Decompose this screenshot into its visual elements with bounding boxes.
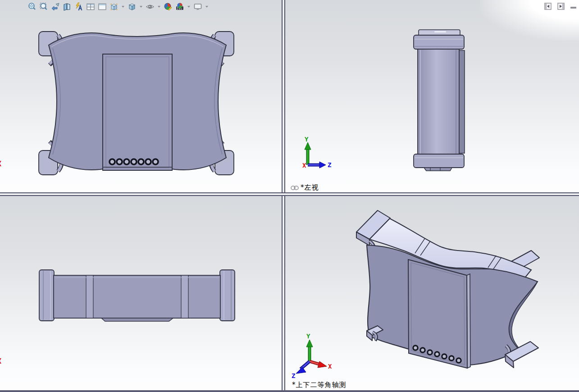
hide-show-items-icon[interactable] bbox=[145, 2, 155, 12]
axis-x-clipped-label: X bbox=[0, 357, 1, 365]
edit-appearance-icon[interactable] bbox=[163, 2, 173, 12]
orientation-triad: Y X Z bbox=[292, 333, 332, 379]
view-settings-icon[interactable] bbox=[193, 2, 203, 12]
horizontal-pane-splitter[interactable] bbox=[0, 192, 579, 196]
apply-scene-icon[interactable] bbox=[175, 2, 185, 12]
zoom-to-area-icon[interactable] bbox=[39, 2, 49, 12]
svg-text:Z: Z bbox=[328, 161, 331, 169]
single-view-viewport-icon[interactable] bbox=[97, 2, 107, 12]
cad-application-window: X bbox=[0, 0, 579, 392]
svg-text:X: X bbox=[302, 162, 306, 169]
window-bottom-border bbox=[0, 390, 579, 392]
window-controls bbox=[544, 3, 576, 10]
linked-view-icon bbox=[291, 185, 299, 191]
section-view-icon[interactable] bbox=[62, 2, 72, 12]
display-style-dropdown[interactable] bbox=[139, 2, 143, 12]
viewport-label-dimetric[interactable]: *上下二等角轴测 bbox=[292, 381, 346, 389]
viewport-dimetric-view[interactable]: Y X Z *上下二等角轴测 bbox=[285, 196, 579, 390]
viewport-label-left-view[interactable]: *左视 bbox=[291, 183, 319, 192]
left-view-model[interactable]: Y Z X bbox=[285, 0, 579, 192]
panel-collapse-right-icon[interactable] bbox=[557, 3, 565, 10]
viewport-left-view[interactable]: Y Z X *左视 bbox=[285, 0, 579, 192]
axis-x-clipped-label: X bbox=[0, 160, 1, 168]
viewport-top-view[interactable]: X bbox=[0, 196, 282, 390]
hide-show-items-dropdown[interactable] bbox=[157, 2, 161, 12]
dimetric-view-model[interactable]: Y X Z bbox=[285, 196, 579, 390]
orientation-triad: Y Z X bbox=[302, 136, 331, 169]
four-view-viewport-icon[interactable] bbox=[86, 2, 96, 12]
apply-scene-dropdown[interactable] bbox=[187, 2, 191, 12]
minimize-icon[interactable] bbox=[570, 7, 576, 9]
view-settings-dropdown[interactable] bbox=[205, 2, 209, 12]
heads-up-view-toolbar bbox=[27, 1, 209, 13]
viewport-front-view[interactable]: X bbox=[0, 0, 282, 192]
center-pad[interactable] bbox=[103, 54, 172, 170]
dynamic-annotation-views-icon[interactable] bbox=[74, 2, 84, 12]
svg-text:Z: Z bbox=[292, 372, 295, 379]
front-view-model[interactable] bbox=[0, 0, 282, 192]
hole-row bbox=[109, 159, 158, 164]
display-style-icon[interactable] bbox=[127, 2, 137, 12]
view-orientation-dropdown[interactable] bbox=[121, 2, 125, 12]
svg-text:X: X bbox=[328, 363, 332, 370]
zoom-to-fit-icon[interactable] bbox=[27, 2, 37, 12]
svg-text:Y: Y bbox=[306, 333, 310, 340]
view-orientation-icon[interactable] bbox=[109, 2, 119, 12]
center-pad[interactable] bbox=[408, 260, 470, 368]
previous-view-icon[interactable] bbox=[50, 2, 60, 12]
top-view-model[interactable] bbox=[0, 196, 282, 390]
panel-collapse-left-icon[interactable] bbox=[544, 3, 552, 10]
svg-text:Y: Y bbox=[305, 136, 309, 143]
